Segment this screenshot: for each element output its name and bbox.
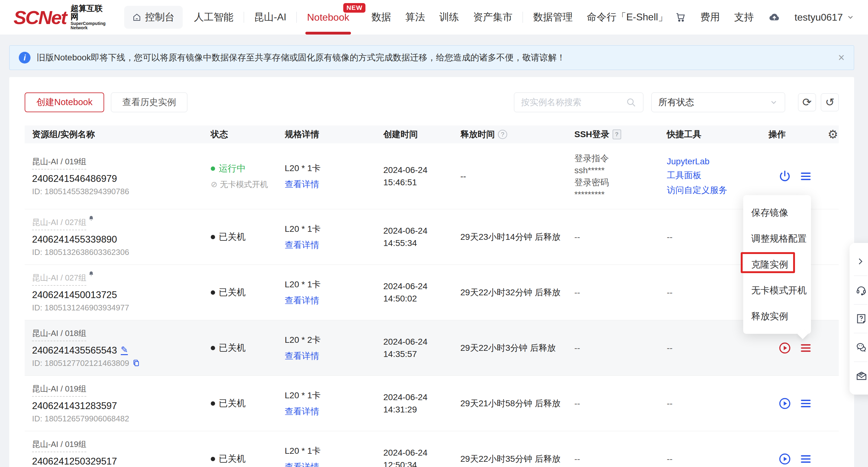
ssh-help-icon[interactable]: ? [613, 129, 621, 139]
created-time: 14:31:29 [383, 404, 453, 416]
customer-service-button[interactable] [849, 276, 868, 304]
nav-item-data-management[interactable]: 数据管理 [526, 0, 580, 34]
search-icon[interactable] [626, 97, 636, 108]
table-row: 昆山-AI / 019组 2406241250329517 ID: 180510… [25, 431, 839, 467]
instance-id: ID: 1805145538294390786 [32, 187, 204, 196]
mail-icon [856, 370, 867, 382]
menu-item-nocard-boot[interactable]: 无卡模式开机 [743, 278, 811, 303]
spec-detail-link[interactable]: 查看详情 [285, 406, 319, 417]
resource-group: 昆山-AI / 019组 [32, 156, 204, 170]
nav-item-notebook[interactable]: Notebook NEW [300, 0, 356, 34]
created-date: 2024-06-24 [383, 447, 453, 459]
menu-item-adjust-spec[interactable]: 调整规格配置 [743, 226, 811, 251]
close-icon[interactable]: × [838, 52, 845, 63]
resource-group: 昆山-AI / 027组 [32, 217, 204, 230]
nav-item-label: Notebook [307, 12, 349, 23]
search-input[interactable] [521, 97, 626, 107]
column-settings-gear-icon[interactable]: ⚙ [822, 127, 839, 141]
status-running: 运行中 [211, 163, 277, 175]
nav-item-data[interactable]: 数据 [364, 0, 398, 34]
no-card-mode-icon: ⊘ [211, 180, 218, 189]
resource-group: 昆山-AI / 019组 [32, 383, 204, 397]
logo-subtitle-en2: Network [70, 26, 106, 30]
menu-item-clone-instance[interactable]: 克隆实例 [743, 252, 811, 277]
spec-detail-link[interactable]: 查看详情 [285, 178, 319, 190]
nav-item-asset-market[interactable]: 资产集市 [466, 0, 520, 34]
custom-service-link[interactable]: 访问自定义服务 [667, 184, 761, 196]
brand-logo[interactable]: SCNet 超算互联网 SuperComputing Network [13, 4, 106, 30]
col-ssh: SSH登录 ? [567, 128, 659, 140]
instance-name: 2406241431283597 [32, 401, 204, 411]
toolbar: 创建Notebook 查看历史实例 所有状态 ⟳ ↺ [25, 92, 839, 112]
instance-name: 2406241435565543 ✎ [32, 345, 204, 356]
user-menu[interactable]: testyu0617 [795, 12, 855, 23]
spec-text: L20 * 1卡 [285, 223, 376, 235]
instance-id: ID: 1805126579906068482 [32, 414, 204, 424]
wechat-button[interactable] [849, 333, 868, 361]
cloud-upload-icon[interactable] [768, 11, 780, 23]
status-dot [211, 167, 215, 171]
col-name: 资源组/实例名称 [25, 128, 204, 140]
col-tools: 快捷工具 [659, 128, 761, 140]
spec-detail-link[interactable]: 查看详情 [285, 295, 319, 307]
start-instance-icon[interactable] [778, 342, 791, 354]
menu-item-release-instance[interactable]: 释放实例 [743, 303, 811, 329]
instance-id: ID: 1805132638603362306 [32, 247, 204, 257]
table-row: 昆山-AI / 018组 2406241435565543 ✎ ID: 1805… [25, 320, 839, 376]
nav-item-label: 控制台 [145, 10, 175, 24]
start-instance-icon[interactable] [778, 453, 791, 465]
more-actions-menu-icon[interactable] [799, 453, 812, 465]
more-actions-menu-icon[interactable] [799, 170, 812, 183]
view-history-button[interactable]: 查看历史实例 [111, 92, 187, 112]
refresh-icon: ⟳ [802, 96, 812, 109]
status-stopped: 已关机 [211, 286, 277, 299]
more-actions-menu-icon[interactable] [799, 397, 812, 410]
created-date: 2024-06-24 [383, 280, 453, 293]
spec-text: L20 * 1卡 [285, 445, 376, 457]
nav-item-ai[interactable]: 人工智能 [187, 0, 241, 34]
logo-subtitle-cn: 超算互联网 [70, 4, 106, 21]
spec-detail-link[interactable]: 查看详情 [285, 350, 319, 362]
created-time: 14:55:34 [383, 237, 453, 250]
nav-support[interactable]: 支持 [734, 10, 754, 24]
group-alert-icon [88, 215, 94, 221]
spec-detail-link[interactable]: 查看详情 [285, 461, 319, 467]
nav-items: 控制台 人工智能 昆山-AI Notebook NEW 数据 算法 训练 资产集… [124, 0, 675, 34]
tool-panel-link[interactable]: 工具面板 [667, 170, 761, 181]
start-instance-icon[interactable] [778, 397, 791, 410]
notice-text: 旧版Notebook即将下线，您可以将原有镜像中数据保存至共享存储或固化原有镜像… [37, 52, 565, 63]
instance-id: ID: 1805131246903934977 [32, 303, 204, 313]
group-alert-icon [88, 271, 94, 277]
nav-fee[interactable]: 费用 [701, 10, 720, 24]
refresh-button[interactable]: ⟳ [798, 93, 816, 111]
more-actions-menu-icon[interactable] [799, 342, 812, 354]
created-date: 2024-06-24 [383, 164, 453, 176]
reset-button[interactable]: ↺ [821, 93, 839, 111]
created-time: 15:46:51 [383, 176, 453, 188]
help-icon[interactable]: ? [498, 130, 507, 139]
help-docs-button[interactable] [849, 304, 868, 333]
edit-name-icon[interactable]: ✎ [121, 346, 128, 355]
nav-item-training[interactable]: 训练 [432, 0, 466, 34]
collapse-panel-button[interactable] [849, 247, 868, 275]
status-filter-select[interactable]: 所有状态 [651, 92, 785, 112]
table-row: 昆山-AI / 019组 2406241546486979 ID: 180514… [25, 143, 839, 209]
table-row: 昆山-AI / 019组 2406241431283597 ID: 180512… [25, 376, 839, 431]
copy-id-icon[interactable] [132, 359, 140, 367]
headset-icon [856, 285, 867, 296]
instance-name: 2406241250329517 [32, 456, 204, 467]
power-off-icon[interactable] [778, 170, 791, 183]
col-spec: 规格详情 [277, 128, 376, 140]
spec-detail-link[interactable]: 查看详情 [285, 239, 319, 251]
cart-icon[interactable] [675, 12, 686, 23]
nav-item-kunshan-ai[interactable]: 昆山-AI [247, 0, 293, 34]
create-notebook-button[interactable]: 创建Notebook [25, 92, 104, 112]
menu-item-save-image[interactable]: 保存镜像 [743, 200, 811, 225]
created-time: 12:50:34 [383, 459, 453, 467]
feedback-mail-button[interactable] [849, 362, 868, 390]
nav-item-console[interactable]: 控制台 [124, 6, 183, 29]
nav-item-eshell[interactable]: 命令行「E-Shell」 [580, 0, 675, 34]
nav-item-algorithm[interactable]: 算法 [398, 0, 432, 34]
jupyterlab-link[interactable]: JupyterLab [667, 156, 761, 167]
ssh-login-info: -- [567, 343, 659, 353]
